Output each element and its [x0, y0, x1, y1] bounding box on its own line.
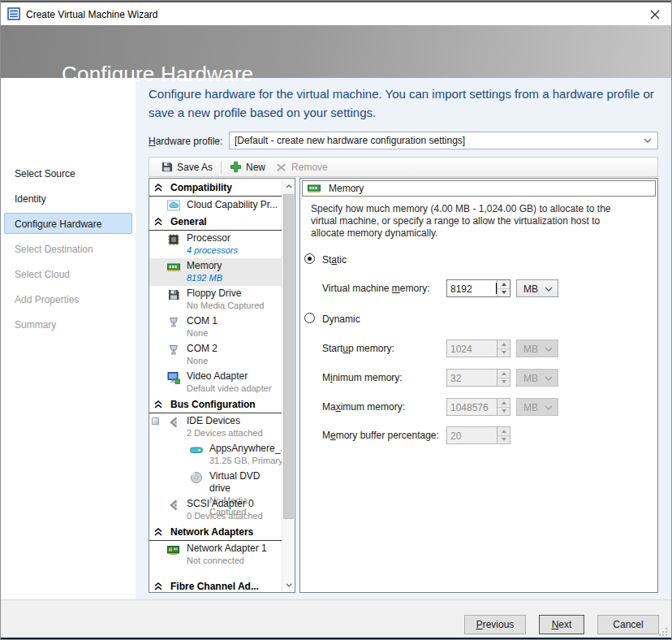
new-label: New [246, 162, 265, 173]
memory-icon [167, 261, 180, 274]
resize-grip[interactable] [658, 625, 668, 635]
tree-item-label: Floppy Drive [187, 288, 264, 300]
tree-item-value: Default video adapter [187, 383, 272, 394]
collapse-chevrons-icon[interactable] [154, 218, 162, 226]
serial-port-icon [167, 316, 180, 329]
tree-section-network-adapters[interactable]: Network Adapters [149, 524, 282, 541]
tree-item-appsanywhere-disk[interactable]: AppsAnywhere_... 31.25 GB, Primary [149, 441, 282, 469]
save-as-label: Save As [177, 162, 213, 173]
maximum-memory-value: 1048576 [447, 399, 497, 415]
tree-section-label: Network Adapters [170, 526, 253, 538]
sidebar-item-identity[interactable]: Identity [4, 188, 132, 209]
dynamic-radio[interactable] [304, 313, 315, 323]
sidebar-item-select-cloud[interactable]: Select Cloud [4, 263, 132, 284]
static-radio[interactable] [304, 253, 315, 264]
maximum-memory-stepper [497, 399, 510, 415]
window-title: Create Virtual Machine Wizard [26, 9, 158, 20]
vm-memory-input[interactable]: 8192 [446, 279, 510, 297]
tree-item-video-adapter[interactable]: Video Adapter Default video adapter [149, 369, 282, 396]
title-bar: Create Virtual Machine Wizard [1, 2, 671, 25]
tree-item-processor[interactable]: Processor 4 processors [149, 231, 282, 258]
maximum-memory-unit-dropdown: MB [516, 398, 558, 416]
vm-memory-unit-dropdown[interactable]: MB [516, 279, 558, 297]
sidebar-item-add-properties[interactable]: Add Properties [4, 288, 132, 309]
maximum-memory-label: Maximum memory: [322, 401, 405, 413]
tree-item-label: IDE Devices [187, 415, 263, 427]
cloud-icon [167, 199, 180, 212]
tree-item-value: No Media Captured [187, 300, 264, 311]
startup-memory-unit: MB [523, 344, 538, 355]
wizard-steps-sidebar: Select Source Identity Configure Hardwar… [1, 78, 136, 599]
spin-up-icon [498, 427, 510, 436]
scsi-controller-icon [167, 499, 180, 512]
spin-up-icon[interactable] [498, 280, 510, 289]
startup-memory-unit-dropdown: MB [516, 339, 558, 357]
tree-item-value: 8192 MB [187, 272, 222, 283]
close-icon[interactable] [648, 8, 661, 21]
tree-item-scsi-adapter[interactable]: SCSI Adapter 0 0 Devices attached [149, 496, 282, 524]
tree-item-value: 31.25 GB, Primary [209, 455, 282, 466]
profile-toolbar: Save As New Remove [149, 157, 658, 177]
serial-port-icon [167, 344, 180, 357]
tree-section-general[interactable]: General [149, 214, 282, 231]
tree-item-ide-devices[interactable]: IDE Devices 2 Devices attached [149, 413, 282, 441]
memory-buffer-label: Memory buffer percentage: [322, 430, 439, 441]
collapse-chevrons-icon[interactable] [154, 400, 162, 409]
tree-item-value: None [187, 327, 218, 339]
tree-section-label: Fibre Channel Ad... [170, 581, 259, 592]
tree-item-label: COM 2 [187, 343, 218, 355]
vm-memory-stepper [497, 280, 510, 296]
detail-title: Memory [329, 183, 364, 194]
hardware-profile-dropdown[interactable]: [Default - create new hardware configura… [229, 132, 658, 149]
tree-item-cloud-capability[interactable]: Cloud Capability Pr... [149, 197, 282, 214]
tree-item-value: 0 Devices attached [187, 510, 263, 521]
create-vm-wizard-window: Create Virtual Machine Wizard Configure … [0, 0, 672, 640]
chevron-down-icon [644, 138, 652, 143]
scroll-down-icon[interactable] [282, 578, 295, 591]
vm-wizard-app-icon [7, 7, 20, 20]
spin-down-icon [498, 378, 510, 387]
hardware-profile-label: Hardware profile: [149, 136, 222, 147]
sidebar-item-summary[interactable]: Summary [4, 314, 132, 335]
startup-memory-input: 1024 [446, 339, 510, 357]
cancel-button[interactable]: Cancel [597, 615, 659, 634]
tree-expander-toggle[interactable] [152, 417, 159, 425]
tree-section-fibre-channel[interactable]: Fibre Channel Ad... [149, 578, 282, 592]
tree-item-memory[interactable]: Memory 8192 MB [149, 258, 282, 286]
sidebar-item-select-destination[interactable]: Select Destination [4, 238, 132, 259]
minimum-memory-unit: MB [523, 373, 538, 384]
tree-item-com2[interactable]: COM 2 None [149, 341, 282, 369]
tree-item-floppy-drive[interactable]: Floppy Drive No Media Captured [149, 286, 282, 314]
tree-scrollbar[interactable] [282, 179, 294, 591]
new-button[interactable]: New [225, 158, 270, 175]
sidebar-item-select-source[interactable]: Select Source [4, 162, 132, 184]
collapse-chevrons-icon[interactable] [154, 184, 162, 192]
save-as-button[interactable]: Save As [156, 158, 218, 175]
maximum-memory-input: 1048576 [446, 398, 510, 416]
previous-button[interactable]: Previous [464, 615, 526, 634]
memory-buffer-stepper [497, 427, 510, 443]
tree-item-network-adapter-1[interactable]: Network Adapter 1 Not connected [149, 541, 282, 569]
spin-down-icon[interactable] [498, 289, 510, 297]
sidebar-item-configure-hardware[interactable]: Configure Hardware [4, 213, 132, 234]
scroll-up-icon[interactable] [282, 179, 295, 192]
minimum-memory-input: 32 [446, 369, 510, 387]
remove-button[interactable]: Remove [270, 158, 333, 175]
tree-item-virtual-dvd-drive[interactable]: Virtual DVD drive No Media Captured [149, 469, 282, 496]
collapse-chevrons-icon[interactable] [154, 528, 162, 536]
floppy-save-icon [161, 161, 173, 173]
tree-section-label: General [170, 216, 207, 227]
chevron-down-icon [545, 347, 553, 352]
tree-section-compatibility[interactable]: Compatibility [149, 179, 282, 197]
vm-memory-label: Virtual machine memory: [322, 283, 430, 294]
tree-item-com1[interactable]: COM 1 None [149, 314, 282, 341]
collapse-chevrons-icon[interactable] [154, 582, 162, 590]
maximum-memory-unit: MB [523, 402, 538, 413]
hardware-tree-panel: Compatibility Cloud Capability Pr... Gen… [149, 178, 295, 593]
tree-section-bus-configuration[interactable]: Bus Configuration [149, 396, 282, 413]
wizard-footer: Previous Next Cancel [1, 599, 671, 638]
scrollbar-thumb[interactable] [283, 194, 294, 519]
next-button[interactable]: Next [539, 615, 584, 634]
tree-section-label: Bus Configuration [170, 399, 256, 410]
vm-memory-value[interactable]: 8192 [447, 280, 496, 296]
